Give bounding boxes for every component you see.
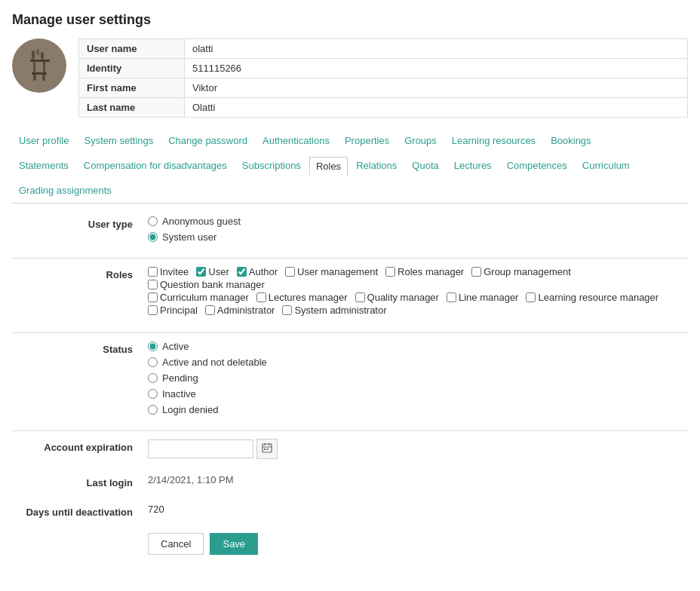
- role-item-user[interactable]: User: [196, 266, 229, 277]
- role-item-lectures-manager[interactable]: Lectures manager: [256, 292, 348, 303]
- role-item-principal[interactable]: Principal: [148, 305, 198, 316]
- nav-link-bookings[interactable]: Bookings: [544, 131, 597, 150]
- nav-row-1: User profileSystem settingsChange passwo…: [12, 128, 688, 153]
- role-checkbox-author[interactable]: [237, 267, 247, 277]
- role-item-invitee[interactable]: Invitee: [148, 266, 189, 277]
- divider-1: [12, 258, 688, 259]
- nav-link-compensation[interactable]: Compensation for disadvantages: [77, 156, 234, 175]
- days-deactivation-label: Days until deactivation: [12, 504, 148, 518]
- days-deactivation-text: 720: [148, 504, 164, 515]
- divider-2: [12, 332, 688, 333]
- role-checkbox-lectures-manager[interactable]: [256, 292, 266, 302]
- role-item-group-management[interactable]: Group management: [471, 266, 571, 277]
- nav-link-roles[interactable]: Roles: [309, 157, 348, 176]
- nav-link-subscriptions[interactable]: Subscriptions: [235, 156, 308, 175]
- nav-tabs: User profileSystem settingsChange passwo…: [12, 128, 688, 204]
- nav-link-groups[interactable]: Groups: [398, 131, 444, 150]
- nav-link-curriculum[interactable]: Curriculum: [576, 156, 637, 175]
- role-item-learning-resource-manager[interactable]: Learning resource manager: [526, 292, 659, 303]
- status-controls: ActiveActive and not deletablePendingIna…: [148, 341, 688, 415]
- role-checkbox-quality-manager[interactable]: [355, 292, 365, 302]
- cancel-button[interactable]: Cancel: [148, 533, 204, 555]
- username-value: olatti: [185, 39, 688, 59]
- user-type-radio-group: Anonymous guestSystem user: [148, 216, 688, 243]
- role-item-author[interactable]: Author: [237, 266, 278, 277]
- role-item-system-administrator[interactable]: System administrator: [282, 305, 386, 316]
- user-type-option-label-system: System user: [162, 231, 216, 243]
- nav-link-statements[interactable]: Statements: [12, 156, 75, 175]
- status-option-inactive[interactable]: Inactive: [148, 388, 688, 400]
- role-checkbox-line-manager[interactable]: [447, 292, 456, 302]
- role-item-roles-manager[interactable]: Roles manager: [385, 266, 464, 277]
- role-checkbox-system-administrator[interactable]: [282, 305, 292, 315]
- status-radio-pending[interactable]: [148, 373, 158, 383]
- role-checkbox-user-management[interactable]: [285, 267, 295, 277]
- user-type-label: User type: [12, 216, 148, 230]
- status-option-pending[interactable]: Pending: [148, 372, 688, 384]
- user-type-radio-system[interactable]: [148, 232, 158, 242]
- role-checkbox-question-bank-manager[interactable]: [148, 280, 158, 289]
- identity-label: Identity: [79, 59, 185, 78]
- role-checkbox-group-management[interactable]: [471, 267, 481, 277]
- nav-link-properties[interactable]: Properties: [338, 131, 396, 150]
- status-option-label-active: Active: [162, 341, 189, 352]
- account-expiration-input[interactable]: [148, 439, 253, 458]
- role-checkbox-administrator[interactable]: [205, 305, 215, 315]
- status-radio-active[interactable]: [148, 341, 158, 351]
- nav-link-grading-assignments[interactable]: Grading assignments: [12, 181, 118, 200]
- status-option-active-not-deletable[interactable]: Active and not deletable: [148, 357, 688, 368]
- svg-rect-3: [30, 60, 50, 62]
- save-button[interactable]: Save: [210, 533, 258, 555]
- user-type-radio-anonymous[interactable]: [148, 216, 158, 226]
- firstname-label: First name: [79, 78, 185, 98]
- role-label-quality-manager: Quality manager: [367, 292, 439, 303]
- status-radio-inactive[interactable]: [148, 389, 158, 399]
- svg-rect-5: [43, 62, 45, 72]
- nav-link-quota[interactable]: Quota: [405, 156, 445, 175]
- divider-3: [12, 430, 688, 431]
- role-label-administrator: Administrator: [217, 305, 275, 316]
- role-checkbox-curriculum-manager[interactable]: [148, 292, 158, 302]
- role-checkbox-roles-manager[interactable]: [385, 267, 395, 277]
- status-radio-login-denied[interactable]: [148, 405, 158, 415]
- role-item-quality-manager[interactable]: Quality manager: [355, 292, 439, 303]
- nav-link-system-settings[interactable]: System settings: [77, 131, 160, 150]
- nav-link-change-password[interactable]: Change password: [161, 131, 254, 150]
- nav-link-user-profile[interactable]: User profile: [12, 131, 75, 150]
- nav-link-learning-resources[interactable]: Learning resources: [445, 131, 542, 150]
- calendar-icon: [262, 442, 272, 453]
- nav-link-competences[interactable]: Competences: [500, 156, 574, 175]
- avatar: [12, 38, 66, 93]
- roles-row-2: Curriculum managerLectures managerQualit…: [148, 292, 688, 303]
- role-item-curriculum-manager[interactable]: Curriculum manager: [148, 292, 249, 303]
- lastname-row: Last name Olatti: [79, 98, 688, 118]
- role-checkbox-principal[interactable]: [148, 305, 158, 315]
- last-login-row: Last login 2/14/2021, 1:10 PM: [12, 474, 688, 488]
- status-option-login-denied[interactable]: Login denied: [148, 404, 688, 415]
- nav-link-lectures[interactable]: Lectures: [447, 156, 499, 175]
- firstname-value: Viktor: [185, 78, 688, 98]
- lastname-value: Olatti: [185, 98, 688, 118]
- nav-link-authentications[interactable]: Authentications: [256, 131, 336, 150]
- username-row: User name olatti: [79, 39, 688, 59]
- user-type-option-anonymous[interactable]: Anonymous guest: [148, 216, 688, 227]
- role-item-user-management[interactable]: User management: [285, 266, 378, 277]
- user-type-row: User type Anonymous guestSystem user: [12, 216, 688, 243]
- role-label-curriculum-manager: Curriculum manager: [160, 292, 249, 303]
- role-checkbox-learning-resource-manager[interactable]: [526, 292, 536, 302]
- role-item-administrator[interactable]: Administrator: [205, 305, 275, 316]
- svg-rect-4: [33, 62, 35, 72]
- status-radio-active-not-deletable[interactable]: [148, 357, 158, 367]
- svg-rect-15: [264, 449, 266, 450]
- status-option-label-login-denied: Login denied: [162, 404, 218, 415]
- user-type-option-system[interactable]: System user: [148, 231, 688, 243]
- roles-label: Roles: [12, 266, 148, 280]
- status-option-active[interactable]: Active: [148, 341, 688, 352]
- role-item-question-bank-manager[interactable]: Question bank manager: [148, 279, 265, 290]
- svg-rect-11: [262, 444, 272, 452]
- role-checkbox-user[interactable]: [196, 267, 206, 277]
- role-checkbox-invitee[interactable]: [148, 267, 158, 277]
- role-item-line-manager[interactable]: Line manager: [447, 292, 519, 303]
- nav-link-relations[interactable]: Relations: [349, 156, 404, 175]
- calendar-button[interactable]: [256, 439, 278, 459]
